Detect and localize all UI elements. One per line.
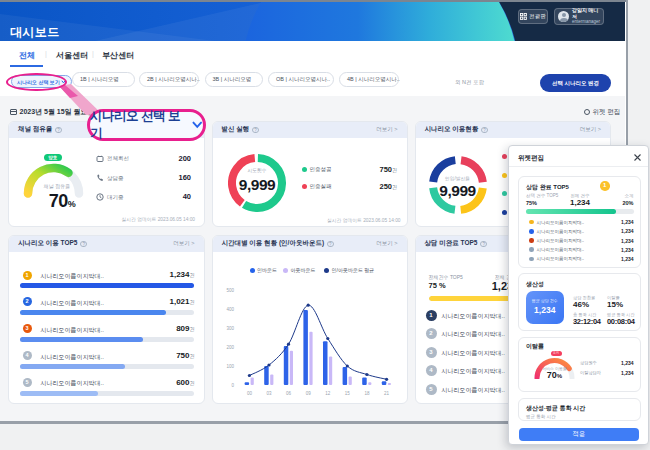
svg-text:100: 100 (226, 363, 234, 368)
svg-text:03: 03 (266, 391, 272, 396)
svg-text:21: 21 (384, 391, 390, 396)
svg-text:09: 09 (305, 391, 311, 396)
svg-text:12: 12 (325, 391, 331, 396)
svg-text:300: 300 (226, 325, 234, 330)
svg-text:500: 500 (226, 287, 234, 292)
svg-text:0: 0 (231, 382, 234, 387)
svg-text:400: 400 (226, 306, 234, 311)
svg-text:15: 15 (344, 391, 350, 396)
svg-text:18: 18 (364, 391, 370, 396)
svg-text:00: 00 (246, 391, 252, 396)
svg-text:200: 200 (226, 344, 234, 349)
svg-text:06: 06 (285, 391, 291, 396)
